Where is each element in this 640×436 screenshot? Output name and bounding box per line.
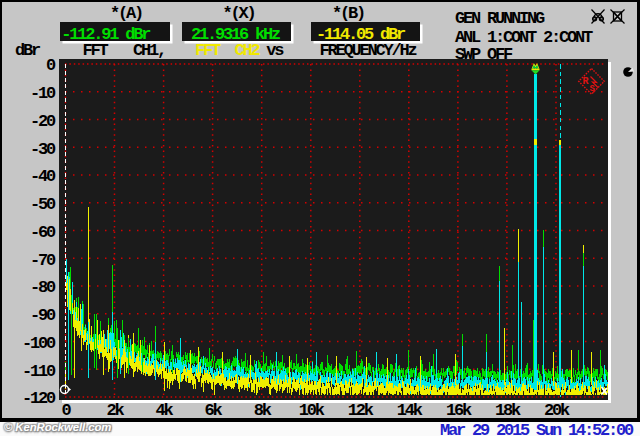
svg-text:S: S <box>590 84 596 94</box>
svg-text:R: R <box>583 76 589 87</box>
